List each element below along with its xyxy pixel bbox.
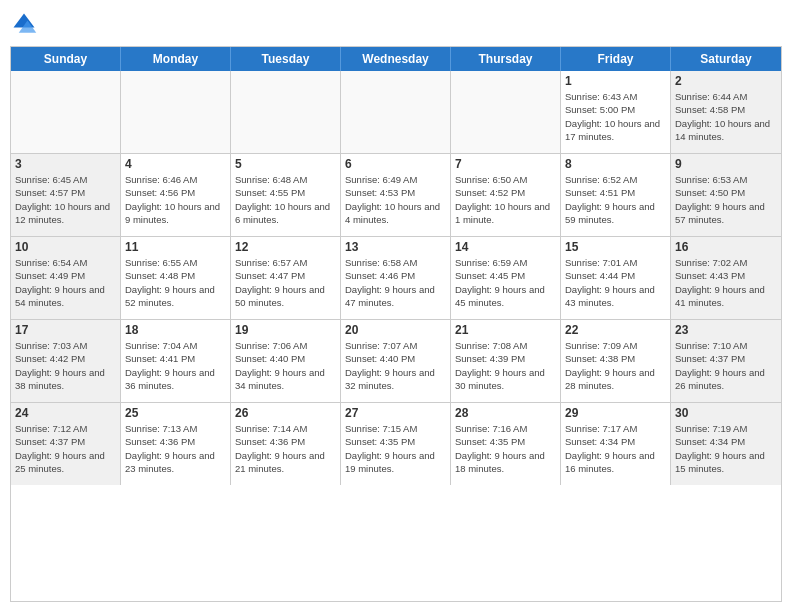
calendar-cell-13: 13Sunrise: 6:58 AMSunset: 4:46 PMDayligh…	[341, 237, 451, 319]
calendar-header: SundayMondayTuesdayWednesdayThursdayFrid…	[11, 47, 781, 71]
header	[10, 10, 782, 38]
day-number: 12	[235, 240, 336, 254]
day-number: 30	[675, 406, 777, 420]
calendar-cell-23: 23Sunrise: 7:10 AMSunset: 4:37 PMDayligh…	[671, 320, 781, 402]
day-info: Sunrise: 7:01 AMSunset: 4:44 PMDaylight:…	[565, 256, 666, 309]
day-info: Sunrise: 6:49 AMSunset: 4:53 PMDaylight:…	[345, 173, 446, 226]
calendar-cell-1: 1Sunrise: 6:43 AMSunset: 5:00 PMDaylight…	[561, 71, 671, 153]
day-info: Sunrise: 6:54 AMSunset: 4:49 PMDaylight:…	[15, 256, 116, 309]
logo	[10, 10, 42, 38]
day-info: Sunrise: 6:43 AMSunset: 5:00 PMDaylight:…	[565, 90, 666, 143]
calendar-cell-20: 20Sunrise: 7:07 AMSunset: 4:40 PMDayligh…	[341, 320, 451, 402]
calendar-header-wednesday: Wednesday	[341, 47, 451, 71]
day-number: 5	[235, 157, 336, 171]
calendar-cell-2: 2Sunrise: 6:44 AMSunset: 4:58 PMDaylight…	[671, 71, 781, 153]
day-info: Sunrise: 7:08 AMSunset: 4:39 PMDaylight:…	[455, 339, 556, 392]
calendar-cell-8: 8Sunrise: 6:52 AMSunset: 4:51 PMDaylight…	[561, 154, 671, 236]
day-number: 15	[565, 240, 666, 254]
day-number: 10	[15, 240, 116, 254]
day-number: 14	[455, 240, 556, 254]
calendar-cell-18: 18Sunrise: 7:04 AMSunset: 4:41 PMDayligh…	[121, 320, 231, 402]
calendar-header-friday: Friday	[561, 47, 671, 71]
day-number: 16	[675, 240, 777, 254]
calendar-cell-19: 19Sunrise: 7:06 AMSunset: 4:40 PMDayligh…	[231, 320, 341, 402]
day-number: 17	[15, 323, 116, 337]
calendar-header-monday: Monday	[121, 47, 231, 71]
day-number: 21	[455, 323, 556, 337]
day-number: 23	[675, 323, 777, 337]
day-number: 19	[235, 323, 336, 337]
day-info: Sunrise: 7:09 AMSunset: 4:38 PMDaylight:…	[565, 339, 666, 392]
day-number: 18	[125, 323, 226, 337]
calendar-cell-6: 6Sunrise: 6:49 AMSunset: 4:53 PMDaylight…	[341, 154, 451, 236]
calendar-cell-empty	[341, 71, 451, 153]
calendar-cell-22: 22Sunrise: 7:09 AMSunset: 4:38 PMDayligh…	[561, 320, 671, 402]
calendar-cell-24: 24Sunrise: 7:12 AMSunset: 4:37 PMDayligh…	[11, 403, 121, 485]
day-number: 13	[345, 240, 446, 254]
day-number: 26	[235, 406, 336, 420]
calendar-row-4: 24Sunrise: 7:12 AMSunset: 4:37 PMDayligh…	[11, 403, 781, 485]
logo-icon	[10, 10, 38, 38]
day-number: 1	[565, 74, 666, 88]
day-number: 25	[125, 406, 226, 420]
calendar-cell-12: 12Sunrise: 6:57 AMSunset: 4:47 PMDayligh…	[231, 237, 341, 319]
calendar-cell-empty	[231, 71, 341, 153]
calendar-cell-27: 27Sunrise: 7:15 AMSunset: 4:35 PMDayligh…	[341, 403, 451, 485]
calendar-row-2: 10Sunrise: 6:54 AMSunset: 4:49 PMDayligh…	[11, 237, 781, 320]
day-info: Sunrise: 7:02 AMSunset: 4:43 PMDaylight:…	[675, 256, 777, 309]
day-number: 9	[675, 157, 777, 171]
calendar-cell-15: 15Sunrise: 7:01 AMSunset: 4:44 PMDayligh…	[561, 237, 671, 319]
day-info: Sunrise: 6:50 AMSunset: 4:52 PMDaylight:…	[455, 173, 556, 226]
day-number: 24	[15, 406, 116, 420]
calendar-header-thursday: Thursday	[451, 47, 561, 71]
day-info: Sunrise: 6:48 AMSunset: 4:55 PMDaylight:…	[235, 173, 336, 226]
day-number: 27	[345, 406, 446, 420]
day-number: 4	[125, 157, 226, 171]
day-number: 2	[675, 74, 777, 88]
day-info: Sunrise: 7:07 AMSunset: 4:40 PMDaylight:…	[345, 339, 446, 392]
calendar-row-3: 17Sunrise: 7:03 AMSunset: 4:42 PMDayligh…	[11, 320, 781, 403]
day-info: Sunrise: 7:14 AMSunset: 4:36 PMDaylight:…	[235, 422, 336, 475]
day-number: 29	[565, 406, 666, 420]
calendar-header-sunday: Sunday	[11, 47, 121, 71]
calendar-cell-21: 21Sunrise: 7:08 AMSunset: 4:39 PMDayligh…	[451, 320, 561, 402]
day-info: Sunrise: 7:16 AMSunset: 4:35 PMDaylight:…	[455, 422, 556, 475]
calendar-cell-9: 9Sunrise: 6:53 AMSunset: 4:50 PMDaylight…	[671, 154, 781, 236]
calendar-cell-empty	[121, 71, 231, 153]
calendar-cell-11: 11Sunrise: 6:55 AMSunset: 4:48 PMDayligh…	[121, 237, 231, 319]
calendar-body: 1Sunrise: 6:43 AMSunset: 5:00 PMDaylight…	[11, 71, 781, 485]
calendar-cell-empty	[451, 71, 561, 153]
page: SundayMondayTuesdayWednesdayThursdayFrid…	[0, 0, 792, 612]
calendar-cell-26: 26Sunrise: 7:14 AMSunset: 4:36 PMDayligh…	[231, 403, 341, 485]
calendar-cell-30: 30Sunrise: 7:19 AMSunset: 4:34 PMDayligh…	[671, 403, 781, 485]
day-info: Sunrise: 7:15 AMSunset: 4:35 PMDaylight:…	[345, 422, 446, 475]
day-number: 6	[345, 157, 446, 171]
calendar-row-0: 1Sunrise: 6:43 AMSunset: 5:00 PMDaylight…	[11, 71, 781, 154]
day-number: 28	[455, 406, 556, 420]
day-info: Sunrise: 7:10 AMSunset: 4:37 PMDaylight:…	[675, 339, 777, 392]
day-number: 3	[15, 157, 116, 171]
day-number: 8	[565, 157, 666, 171]
day-info: Sunrise: 7:17 AMSunset: 4:34 PMDaylight:…	[565, 422, 666, 475]
day-info: Sunrise: 7:03 AMSunset: 4:42 PMDaylight:…	[15, 339, 116, 392]
calendar-cell-28: 28Sunrise: 7:16 AMSunset: 4:35 PMDayligh…	[451, 403, 561, 485]
day-info: Sunrise: 7:06 AMSunset: 4:40 PMDaylight:…	[235, 339, 336, 392]
day-info: Sunrise: 6:53 AMSunset: 4:50 PMDaylight:…	[675, 173, 777, 226]
calendar-cell-29: 29Sunrise: 7:17 AMSunset: 4:34 PMDayligh…	[561, 403, 671, 485]
calendar-header-tuesday: Tuesday	[231, 47, 341, 71]
day-info: Sunrise: 6:55 AMSunset: 4:48 PMDaylight:…	[125, 256, 226, 309]
day-number: 20	[345, 323, 446, 337]
calendar-cell-7: 7Sunrise: 6:50 AMSunset: 4:52 PMDaylight…	[451, 154, 561, 236]
calendar-cell-empty	[11, 71, 121, 153]
calendar-cell-4: 4Sunrise: 6:46 AMSunset: 4:56 PMDaylight…	[121, 154, 231, 236]
day-info: Sunrise: 6:57 AMSunset: 4:47 PMDaylight:…	[235, 256, 336, 309]
calendar: SundayMondayTuesdayWednesdayThursdayFrid…	[10, 46, 782, 602]
day-info: Sunrise: 7:13 AMSunset: 4:36 PMDaylight:…	[125, 422, 226, 475]
calendar-cell-17: 17Sunrise: 7:03 AMSunset: 4:42 PMDayligh…	[11, 320, 121, 402]
day-info: Sunrise: 6:52 AMSunset: 4:51 PMDaylight:…	[565, 173, 666, 226]
day-info: Sunrise: 7:04 AMSunset: 4:41 PMDaylight:…	[125, 339, 226, 392]
calendar-header-saturday: Saturday	[671, 47, 781, 71]
calendar-cell-5: 5Sunrise: 6:48 AMSunset: 4:55 PMDaylight…	[231, 154, 341, 236]
day-info: Sunrise: 6:58 AMSunset: 4:46 PMDaylight:…	[345, 256, 446, 309]
calendar-cell-25: 25Sunrise: 7:13 AMSunset: 4:36 PMDayligh…	[121, 403, 231, 485]
